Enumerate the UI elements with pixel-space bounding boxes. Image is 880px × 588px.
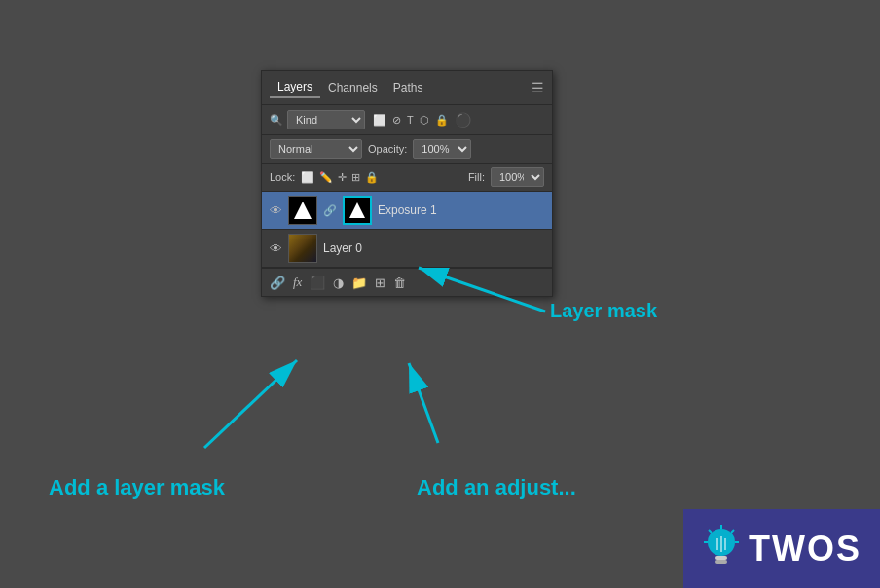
layer-row-layer0[interactable]: 👁 Layer 0: [262, 230, 552, 268]
shape-filter-icon[interactable]: ⬡: [420, 114, 429, 127]
layer-name-exposure1: Exposure 1: [378, 203, 437, 217]
lock-row: Lock: ⬜ ✏️ ✛ ⊞ 🔒 Fill: 100%: [262, 164, 552, 192]
search-icon: 🔍: [270, 114, 283, 127]
lock-artboard-icon[interactable]: ⊞: [351, 171, 360, 184]
type-filter-icon[interactable]: T: [407, 114, 414, 126]
tab-paths[interactable]: Paths: [385, 78, 431, 97]
layer-thumb-layer0: [288, 234, 317, 263]
link-layers-icon[interactable]: 🔗: [270, 276, 285, 290]
svg-line-8: [731, 530, 734, 533]
new-layer-icon[interactable]: ⊞: [375, 276, 385, 290]
panel-menu-icon[interactable]: ☰: [532, 80, 544, 95]
layer-mask-thumb: [343, 196, 372, 225]
svg-rect-6: [715, 560, 727, 564]
layer-effects-icon[interactable]: fx: [293, 275, 302, 290]
tab-layers[interactable]: Layers: [270, 77, 320, 98]
svg-line-9: [709, 530, 712, 533]
filter-icons: ⬜ ⊘ T ⬡ 🔒 ⚫: [373, 112, 471, 128]
layer-visibility-eye-layer0[interactable]: 👁: [270, 241, 282, 256]
smart-filter-icon[interactable]: 🔒: [435, 114, 449, 127]
kind-filter-select[interactable]: Kind: [287, 110, 365, 129]
layers-list: 👁 🔗 Exposure 1 👁 Layer 0: [262, 192, 552, 268]
panel-header: Layers Channels Paths ☰: [262, 71, 552, 105]
twos-badge: TWOS: [683, 509, 880, 588]
layer-group-icon[interactable]: 📁: [351, 276, 367, 290]
opacity-select[interactable]: 100%: [413, 139, 471, 159]
pixel-filter-icon[interactable]: ⬜: [373, 114, 386, 127]
lock-all-icon[interactable]: 🔒: [365, 171, 379, 184]
lock-brush-icon[interactable]: ✏️: [319, 171, 333, 184]
blend-mode-select[interactable]: Normal: [270, 139, 362, 159]
fill-select[interactable]: 100%: [491, 167, 544, 187]
lock-icons: ⬜ ✏️ ✛ ⊞ 🔒: [301, 171, 379, 184]
filter-row: 🔍 Kind ⬜ ⊘ T ⬡ 🔒 ⚫: [262, 105, 552, 135]
opacity-label: Opacity:: [368, 143, 407, 155]
delete-layer-icon[interactable]: 🗑: [393, 276, 406, 290]
annotation-layer-mask: Layer mask: [550, 300, 657, 322]
layer-thumb-exposure1: [288, 196, 317, 225]
tab-channels[interactable]: Channels: [320, 78, 385, 97]
layer-mask-add-icon[interactable]: ⬛: [310, 276, 325, 290]
fill-label: Fill:: [468, 171, 485, 183]
lock-pixels-icon[interactable]: ⬜: [301, 171, 314, 184]
layers-panel: Layers Channels Paths ☰ 🔍 Kind ⬜ ⊘ T ⬡ 🔒…: [261, 70, 553, 297]
layer-visibility-eye-exposure1[interactable]: 👁: [270, 203, 282, 218]
layer-mask-inner: [345, 198, 370, 223]
bottom-toolbar: 🔗 fx ⬛ ◑ 📁 ⊞ 🗑: [262, 268, 552, 296]
layer-row-exposure1[interactable]: 👁 🔗 Exposure 1: [262, 192, 552, 230]
svg-line-2: [204, 360, 297, 448]
annotation-add-layer-mask: Add a layer mask: [49, 475, 225, 500]
layer-link-icon[interactable]: 🔗: [323, 204, 337, 217]
layer-name-layer0: Layer 0: [323, 241, 362, 255]
annotation-add-adjustment: Add an adjust...: [417, 475, 576, 500]
adjustment-filter-icon[interactable]: ⊘: [392, 114, 401, 127]
twos-label: TWOS: [749, 529, 862, 570]
lock-position-icon[interactable]: ✛: [338, 171, 347, 184]
filter-toggle-icon[interactable]: ⚫: [455, 112, 471, 128]
twos-bulb-icon: [702, 525, 741, 573]
lock-label: Lock:: [270, 171, 295, 183]
add-adjustment-layer-icon[interactable]: ◑: [333, 276, 344, 290]
blend-mode-row: Normal Opacity: 100%: [262, 135, 552, 164]
svg-rect-5: [715, 556, 727, 560]
svg-line-3: [409, 363, 438, 443]
